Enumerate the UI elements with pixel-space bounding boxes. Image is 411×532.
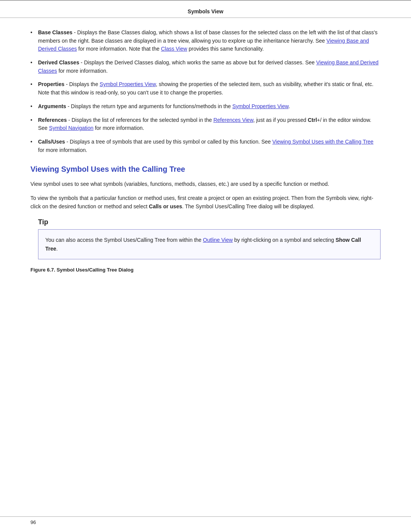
references-text4: for more information. bbox=[94, 125, 144, 131]
link-references-view[interactable]: References View bbox=[213, 117, 253, 123]
list-item-calls-uses: Calls/Uses - Displays a tree of symbols … bbox=[30, 138, 381, 154]
list-item-base-classes: Base Classes - Displays the Base Classes… bbox=[30, 29, 381, 53]
term-references: References bbox=[38, 117, 67, 123]
references-text2: , just as if you pressed bbox=[253, 117, 307, 123]
tip-text-before-link: You can also access the Symbol Uses/Call… bbox=[45, 237, 203, 243]
paragraph-2: To view the symbols that a particular fu… bbox=[30, 194, 381, 211]
term-calls-uses: Calls/Uses bbox=[38, 139, 65, 145]
arguments-text1: - Displays the return type and arguments… bbox=[66, 103, 233, 109]
page-header-title: Symbols View bbox=[0, 5, 411, 18]
term-derived-classes: Derived Classes bbox=[38, 59, 79, 66]
references-text1: - Displays the list of references for th… bbox=[67, 117, 213, 123]
content-area: Base Classes - Displays the Base Classes… bbox=[0, 29, 411, 273]
properties-text1: - Displays the bbox=[64, 81, 100, 87]
list-item-properties: Properties - Displays the Symbol Propert… bbox=[30, 80, 381, 97]
term-base-classes: Base Classes bbox=[38, 29, 72, 35]
references-ctrl: Ctrl bbox=[308, 117, 317, 123]
tip-text-after-link: by right-clicking on a symbol and select… bbox=[233, 237, 336, 243]
section-heading: Viewing Symbol Uses with the Calling Tre… bbox=[30, 165, 381, 174]
page-number: 96 bbox=[30, 519, 36, 525]
arguments-text2: . bbox=[288, 103, 290, 109]
bottom-line bbox=[0, 516, 411, 517]
tip-container: Tip You can also access the Symbol Uses/… bbox=[30, 218, 381, 259]
tip-title: Tip bbox=[30, 218, 381, 226]
calls-uses-text1: - Displays a tree of symbols that are us… bbox=[65, 139, 272, 145]
link-symbol-properties-view-1[interactable]: Symbol Properties View bbox=[100, 81, 156, 87]
tip-text-end: . bbox=[56, 246, 58, 252]
link-symbol-properties-view-2[interactable]: Symbol Properties View bbox=[232, 103, 288, 109]
paragraph-1: View symbol uses to see what symbols (va… bbox=[30, 180, 381, 188]
paragraph-2-bold: Calls or uses bbox=[149, 203, 182, 209]
tip-box: You can also access the Symbol Uses/Call… bbox=[38, 229, 381, 259]
derived-classes-text2: for more information. bbox=[57, 68, 108, 74]
term-arguments: Arguments bbox=[38, 103, 66, 109]
figure-caption: Figure 6.7. Symbol Uses/Calling Tree Dia… bbox=[30, 267, 381, 273]
derived-classes-text1: - Displays the Derived Classes dialog, w… bbox=[79, 59, 316, 66]
term-properties: Properties bbox=[38, 81, 64, 87]
base-classes-text2: for more information. Note that the bbox=[77, 46, 161, 52]
calls-uses-text2: for more information. bbox=[38, 147, 87, 153]
bullet-list: Base Classes - Displays the Base Classes… bbox=[30, 29, 381, 154]
link-symbol-navigation[interactable]: Symbol Navigation bbox=[49, 125, 94, 131]
list-item-arguments: Arguments - Displays the return type and… bbox=[30, 102, 381, 111]
list-item-references: References - Displays the list of refere… bbox=[30, 116, 381, 133]
link-outline-view[interactable]: Outline View bbox=[203, 237, 233, 243]
header-line bbox=[0, 18, 411, 18]
paragraph-2-text2: . The Symbol Uses/Calling Tree dialog wi… bbox=[182, 203, 314, 209]
link-class-view[interactable]: Class View bbox=[161, 46, 187, 52]
link-viewing-symbol-uses[interactable]: Viewing Symbol Uses with the Calling Tre… bbox=[272, 139, 374, 145]
base-classes-text3: provides this same functionality. bbox=[187, 46, 264, 52]
top-border bbox=[0, 0, 411, 1]
page-container: Symbols View Base Classes - Displays the… bbox=[0, 0, 411, 532]
list-item-derived-classes: Derived Classes - Displays the Derived C… bbox=[30, 59, 381, 75]
